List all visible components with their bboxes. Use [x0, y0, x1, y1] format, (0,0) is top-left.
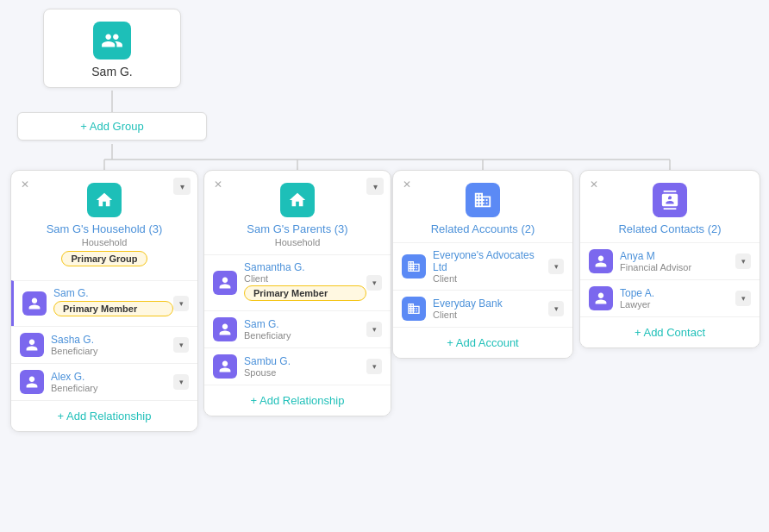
household1-card: ✕ ▾ Sam G's Household (3) Household Prim… [10, 170, 198, 432]
household1-subtitle: Household [82, 237, 128, 247]
member-role-sambu: Spouse [244, 367, 366, 378]
account-role-bank: Client [433, 310, 548, 320]
contact-avatar-tope [589, 286, 613, 310]
person-icon [594, 254, 608, 268]
member-row-sam: Sam G. Primary Member ▾ [11, 280, 197, 326]
member-role-sam2: Beneficiary [244, 330, 366, 341]
primary-group-badge: Primary Group [61, 251, 147, 266]
contact-avatar-anya [589, 249, 613, 273]
household1-icon [87, 183, 122, 217]
member-info-alex: Alex G. Beneficiary [51, 371, 173, 393]
member-row-sambu: Sambu G. Spouse ▾ [204, 347, 391, 385]
root-name: Sam G. [91, 65, 132, 78]
member-row-sam2: Sam G. Beneficiary ▾ [204, 310, 391, 347]
account-dropdown-bank[interactable]: ▾ [548, 301, 564, 316]
person-icon [218, 360, 232, 373]
diagram-container: Sam G. + Add Group ✕ ▾ Sam G's Household… [0, 0, 769, 532]
household1-dropdown[interactable]: ▾ [173, 178, 191, 195]
account-info-bank: Everyday Bank Client [433, 297, 548, 320]
household2-title[interactable]: Sam G's Parents (3) [247, 222, 347, 235]
contact-row-anya: Anya M Financial Advisor ▾ [580, 242, 760, 279]
accounts-icon [466, 183, 500, 217]
collapse-btn-contacts[interactable]: ✕ [587, 178, 601, 191]
person-icon [25, 338, 39, 352]
accounts-header: ✕ ▾ Related Accounts (2) [393, 171, 572, 242]
member-info-sam: Sam G. Primary Member [53, 287, 173, 320]
member-dropdown-sambu[interactable]: ▾ [366, 359, 382, 374]
contact-role-anya: Financial Advisor [620, 262, 735, 272]
household1-title[interactable]: Sam G's Household (3) [47, 222, 163, 235]
member-name-sam[interactable]: Sam G. [53, 287, 173, 299]
add-account-btn[interactable]: + Add Account [393, 327, 572, 358]
member-avatar-samantha [213, 271, 237, 295]
accounts-card: ✕ ▾ Related Accounts (2) Everyone's Advo… [392, 170, 573, 359]
household2-icon [280, 183, 315, 217]
member-row-alex: Alex G. Beneficiary ▾ [11, 363, 197, 400]
contact-dropdown-tope[interactable]: ▾ [735, 291, 751, 306]
account-row-advocates: Everyone's Advocates Ltd Client ▾ [393, 242, 572, 290]
account-row-bank: Everyday Bank Client ▾ [393, 290, 572, 327]
primary-member-badge-samantha: Primary Member [244, 285, 366, 301]
member-name-sambu[interactable]: Sambu G. [244, 355, 366, 367]
add-relationship-btn-1[interactable]: + Add Relationship [11, 400, 197, 431]
account-avatar-bank [402, 297, 426, 321]
household2-card: ✕ ▾ Sam G's Parents (3) Household Samant… [203, 170, 391, 416]
account-name-bank[interactable]: Everyday Bank [433, 297, 548, 310]
account-info-advocates: Everyone's Advocates Ltd Client [433, 249, 548, 284]
add-group-button[interactable]: + Add Group [17, 112, 207, 141]
building-icon [407, 260, 421, 273]
add-contact-btn[interactable]: + Add Contact [580, 316, 760, 347]
contact-info-anya: Anya M Financial Advisor [620, 250, 735, 272]
member-row-samantha: Samantha G. Client Primary Member ▾ [204, 254, 391, 310]
accounts-title[interactable]: Related Accounts (2) [431, 222, 535, 235]
contact-role-tope: Lawyer [620, 299, 735, 310]
person-icon [101, 29, 123, 52]
member-role-alex: Beneficiary [51, 383, 173, 393]
account-dropdown-advocates[interactable]: ▾ [548, 259, 564, 274]
member-dropdown-samantha[interactable]: ▾ [366, 275, 382, 291]
building-icon [407, 302, 421, 316]
member-dropdown-sam2[interactable]: ▾ [366, 322, 382, 337]
member-info-sambu: Sambu G. Spouse [244, 355, 366, 378]
member-dropdown-sam[interactable]: ▾ [173, 296, 189, 311]
household1-header: ✕ ▾ Sam G's Household (3) Household Prim… [11, 171, 197, 280]
primary-member-badge-sam: Primary Member [53, 301, 173, 316]
account-role-advocates: Client [433, 273, 548, 284]
member-name-alex[interactable]: Alex G. [51, 371, 173, 383]
collapse-btn-accounts[interactable]: ✕ [400, 178, 414, 191]
member-role-sasha: Beneficiary [51, 346, 173, 356]
collapse-btn-household1[interactable]: ✕ [18, 178, 32, 191]
contacts-icon [660, 191, 679, 210]
add-relationship-btn-2[interactable]: + Add Relationship [204, 385, 391, 416]
member-name-samantha[interactable]: Samantha G. [244, 261, 366, 273]
household2-dropdown[interactable]: ▾ [366, 178, 384, 195]
member-name-sasha[interactable]: Sasha G. [51, 334, 173, 346]
building-icon [473, 191, 492, 210]
contact-row-tope: Tope A. Lawyer ▾ [580, 279, 760, 316]
member-info-samantha: Samantha G. Client Primary Member [244, 261, 366, 304]
account-name-advocates[interactable]: Everyone's Advocates Ltd [433, 249, 548, 273]
member-dropdown-sasha[interactable]: ▾ [173, 337, 189, 353]
collapse-btn-household2[interactable]: ✕ [211, 178, 225, 191]
household-icon [95, 191, 114, 210]
account-avatar-advocates [402, 254, 426, 279]
person-icon [25, 375, 39, 389]
root-icon [93, 22, 131, 59]
household-icon [288, 191, 307, 210]
household2-header: ✕ ▾ Sam G's Parents (3) Household [204, 171, 391, 254]
contact-dropdown-anya[interactable]: ▾ [735, 253, 751, 269]
contact-name-tope[interactable]: Tope A. [620, 287, 735, 299]
member-info-sam2: Sam G. Beneficiary [244, 318, 366, 341]
contacts-title[interactable]: Related Contacts (2) [618, 222, 721, 235]
member-avatar-alex [20, 370, 44, 394]
member-name-sam2[interactable]: Sam G. [244, 318, 366, 330]
root-node: Sam G. [43, 9, 181, 88]
member-dropdown-alex[interactable]: ▾ [173, 374, 189, 390]
contacts-card: ✕ ▾ Related Contacts (2) Anya M Financia… [579, 170, 760, 348]
contacts-header: ✕ ▾ Related Contacts (2) [580, 171, 760, 242]
household2-subtitle: Household [275, 237, 321, 247]
member-row-sasha: Sasha G. Beneficiary ▾ [11, 326, 197, 363]
person-icon [594, 291, 608, 305]
contact-name-anya[interactable]: Anya M [620, 250, 735, 262]
member-avatar-sambu [213, 354, 237, 379]
